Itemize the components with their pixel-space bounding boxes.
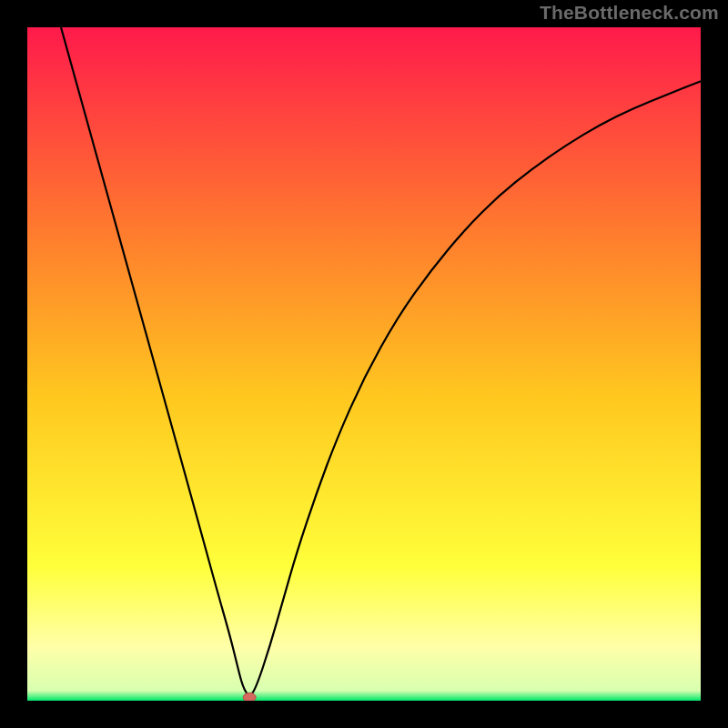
plot-background xyxy=(27,27,701,701)
chart-frame: TheBottleneck.com xyxy=(0,0,728,728)
minimum-marker xyxy=(243,693,256,701)
bottleneck-chart xyxy=(27,27,701,701)
watermark-text: TheBottleneck.com xyxy=(540,2,719,24)
